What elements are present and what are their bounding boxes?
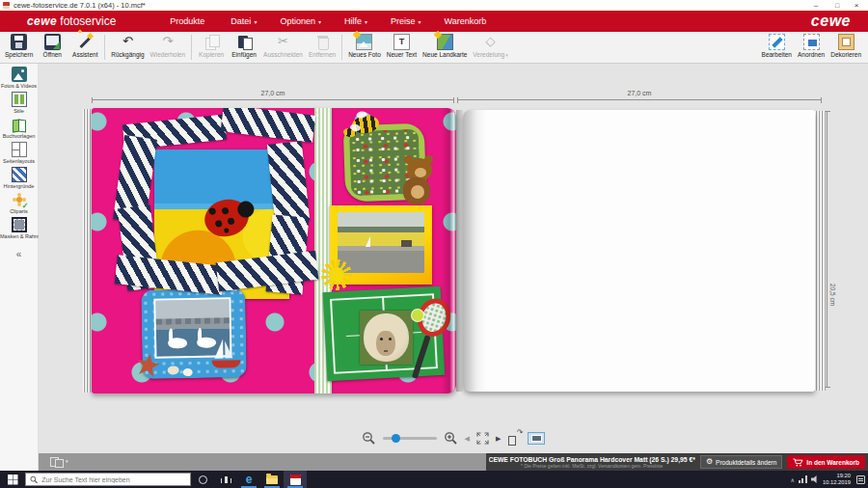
menu-preise[interactable]: Preise▾ — [391, 16, 421, 26]
photo-swans-framed[interactable] — [141, 288, 247, 379]
network-icon[interactable] — [799, 475, 807, 483]
logo-rest: fotoservice — [57, 14, 116, 28]
trash-icon — [314, 34, 331, 50]
assistant-button[interactable]: Assistent — [68, 34, 101, 58]
cewe-brand-logo: cewe — [811, 13, 851, 30]
new-photo-button[interactable]: Neues Foto — [345, 34, 384, 58]
edge-taskbar-button[interactable]: e — [237, 471, 260, 488]
book-templates-icon — [12, 117, 27, 132]
caret-down-icon: ▾ — [254, 18, 257, 25]
toolbar-label: Neue Landkarte — [422, 51, 467, 58]
task-view-button[interactable] — [214, 471, 237, 488]
teddy-bear-clipart[interactable] — [399, 158, 438, 206]
sidebar-collapse-button[interactable]: « — [0, 249, 38, 259]
cart-button-label: In den Warenkorb — [806, 459, 859, 466]
speaker-icon[interactable] — [811, 475, 819, 483]
sail — [225, 340, 232, 358]
copy-icon — [203, 34, 220, 50]
menu-produkte[interactable]: Produkte — [170, 16, 207, 26]
sail — [366, 236, 370, 247]
diamond-icon: ◇ — [482, 34, 499, 50]
teddy-muzzle — [415, 168, 426, 177]
save-button[interactable]: Speichern — [2, 34, 36, 58]
undo-button[interactable]: ↶Rückgängig — [108, 34, 147, 58]
washi-tape-decor[interactable] — [267, 141, 310, 223]
menu-datei[interactable]: Datei▾ — [231, 16, 257, 26]
next-page-button[interactable]: ▶ — [496, 435, 501, 443]
page-view-toggle-icon[interactable] — [50, 457, 63, 466]
sidebar-item-cliparts[interactable]: Cliparts — [0, 192, 38, 214]
sort-pages-button[interactable]: ↷ — [507, 432, 521, 446]
dropdown-caret-icon: ▾ — [66, 458, 68, 464]
close-button[interactable]: × — [847, 0, 866, 11]
view-mode-button-active[interactable] — [528, 432, 545, 445]
fit-view-button[interactable] — [476, 432, 489, 445]
edit-mode-button[interactable]: Bearbeiten — [759, 34, 795, 58]
book-spine-shadow — [456, 110, 463, 392]
zoom-slider[interactable] — [383, 437, 437, 440]
paste-button[interactable]: Einfügen — [228, 34, 260, 58]
sidebar-item-stile[interactable]: Stile — [0, 92, 38, 114]
notification-center-icon[interactable] — [856, 475, 865, 484]
swan — [168, 338, 187, 348]
zoom-out-button[interactable] — [362, 431, 376, 446]
search-input[interactable] — [41, 476, 186, 483]
previous-page-button[interactable]: ◀ — [465, 435, 470, 443]
editor-canvas: 27,0 cm 27,0 cm 20,5 cm — [39, 64, 868, 453]
zoom-slider-thumb[interactable] — [392, 434, 400, 443]
minimize-button[interactable]: – — [806, 0, 826, 11]
toolbar-separator — [341, 35, 342, 60]
cewe-app-button[interactable] — [284, 471, 307, 488]
copy-button: Kopieren — [195, 34, 228, 58]
maximize-button[interactable]: □ — [827, 0, 847, 11]
open-button[interactable]: Öffnen — [36, 34, 68, 58]
sun-decor — [321, 259, 352, 290]
cortana-button[interactable] — [191, 471, 214, 488]
sidebar-item-label: Fotos & Videos — [0, 83, 38, 89]
change-product-details-button[interactable]: ⚙Produktdetails ändern — [700, 455, 782, 469]
product-bar-left: ▾ — [39, 453, 486, 471]
zoom-in-button[interactable] — [444, 431, 458, 446]
price-disclaimer: * Die Preise gelten inkl. MwSt. zzgl. Ve… — [489, 463, 695, 469]
cewe-app-icon — [290, 474, 301, 485]
sheep-face — [376, 331, 395, 356]
menu-warenkorb[interactable]: Warenkorb — [445, 16, 490, 26]
toolbar: Speichern Öffnen Assistent ↶Rückgängig ↷… — [0, 32, 868, 64]
title-bar: cewe-fotoservice.de 7.0.1 (x64) - 10.mcf… — [0, 0, 868, 11]
new-map-button[interactable]: Neue Landkarte — [420, 34, 470, 58]
clock[interactable]: 19:20 10.12.2019 — [823, 473, 851, 486]
photobook-right-page[interactable] — [463, 110, 815, 392]
cortana-icon — [199, 475, 207, 484]
task-view-icon — [225, 476, 228, 483]
system-tray: ∧ 19:20 10.12.2019 — [791, 473, 868, 486]
product-bar: ▾ CEWE FOTOBUCH Groß Panorama Hardcover … — [39, 453, 868, 471]
gear-icon: ⚙ — [706, 458, 713, 466]
decorate-mode-button[interactable]: Dekorieren — [827, 34, 864, 58]
masks-frames-icon — [12, 217, 27, 232]
measure-line-vertical — [827, 111, 831, 388]
new-map-icon — [437, 34, 453, 50]
sidebar-item-buchvorlagen[interactable]: Buchvorlagen — [0, 117, 38, 139]
file-explorer-button[interactable] — [260, 471, 284, 488]
menu-label: Produkte — [170, 16, 204, 26]
sidebar-item-seitenlayouts[interactable]: Seitenlayouts — [0, 142, 38, 164]
menu-hilfe[interactable]: Hilfe▾ — [344, 16, 367, 26]
toolbar-label: Assistent — [71, 51, 98, 58]
cliparts-icon — [12, 192, 27, 207]
photobook-left-page[interactable] — [92, 108, 456, 393]
tray-expand-icon[interactable]: ∧ — [791, 476, 795, 483]
start-button[interactable] — [0, 471, 25, 488]
washi-tape-decor[interactable] — [221, 108, 316, 143]
shell-decor — [168, 366, 179, 374]
menu-optionen[interactable]: Optionen▾ — [280, 16, 321, 26]
sidebar-item-masken-rahmen[interactable]: Masken & Rahmen — [0, 217, 38, 239]
sidebar-item-hintergruende[interactable]: Hintergründe — [0, 167, 38, 189]
toolbar-label: Neues Foto — [348, 51, 381, 58]
arrange-mode-button[interactable]: Anordnen — [795, 34, 827, 58]
product-info: CEWE FOTOBUCH Groß Panorama Hardcover Ma… — [489, 456, 695, 469]
new-text-button[interactable]: Neuer Text — [384, 34, 420, 58]
add-to-cart-button[interactable]: In den Warenkorb — [787, 455, 865, 469]
taskbar-search[interactable] — [25, 473, 191, 486]
sidebar-item-fotos-videos[interactable]: Fotos & Videos — [0, 67, 38, 89]
paste-icon — [236, 34, 253, 50]
